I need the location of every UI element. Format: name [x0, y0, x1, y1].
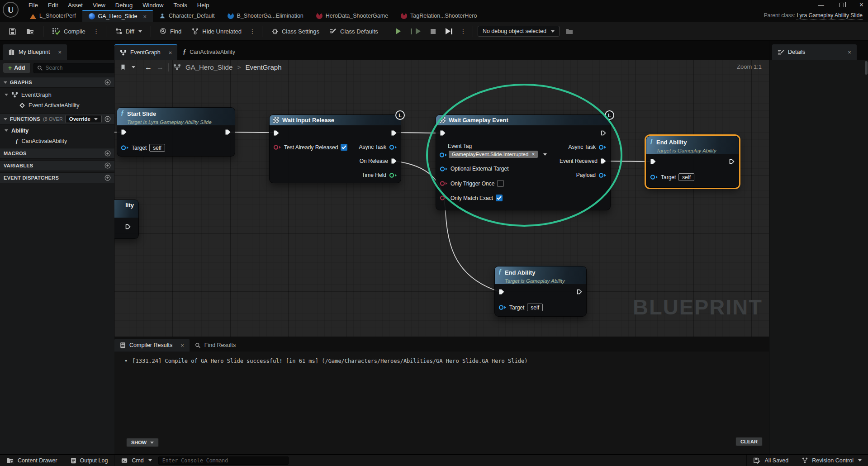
target-value[interactable]: self	[678, 173, 694, 181]
graphs-section-header[interactable]: GRAPHS	[0, 77, 114, 88]
nav-back-icon[interactable]: ←	[145, 63, 152, 71]
save-button[interactable]	[5, 25, 20, 38]
sidebar-item-canactivateability[interactable]: ƒ CanActivateAbility	[0, 136, 114, 146]
hide-unrelated-button[interactable]: Hide Unrelated	[187, 25, 246, 38]
time-held-pin[interactable]	[389, 172, 397, 178]
browse-debug-button[interactable]	[561, 25, 578, 38]
exec-out-pin[interactable]	[125, 223, 131, 230]
step-button[interactable]	[407, 25, 425, 37]
wire-eventreceived-to-endability[interactable]	[606, 161, 652, 162]
target-pin[interactable]	[121, 145, 129, 151]
node-end-ability-selected[interactable]: ƒ End Ability Target is Gameplay Ability…	[646, 136, 739, 188]
wire-startslide-to-waitinput[interactable]	[229, 132, 274, 133]
all-saved-status[interactable]: All Saved	[747, 455, 795, 466]
bookmark-chevron-icon[interactable]	[132, 66, 135, 68]
tab-find-results[interactable]: Find Results	[190, 339, 241, 352]
test-already-released-checkbox[interactable]	[341, 144, 347, 151]
target-value[interactable]: self	[149, 144, 165, 152]
bookmark-icon[interactable]	[120, 64, 126, 71]
event-dispatchers-section-header[interactable]: EVENT DISPATCHERS	[0, 172, 114, 183]
only-trigger-once-pin[interactable]	[440, 181, 448, 186]
parent-class-link[interactable]: Lyra Gameplay Ability Slide	[797, 12, 863, 19]
diff-button[interactable]: Diff	[111, 25, 146, 38]
exec-out-pin[interactable]	[729, 158, 735, 165]
show-filter-button[interactable]: SHOW	[126, 438, 159, 447]
gameplay-tag-chip[interactable]: GameplayEvent.Slide.Interrupted ×	[449, 151, 538, 158]
compile-options-icon[interactable]: ⋮	[91, 28, 101, 35]
tab-canactivateability[interactable]: ƒ CanActivateAbility	[177, 44, 241, 60]
event-received-pin[interactable]	[600, 158, 607, 164]
tab-compiler-results[interactable]: Compiler Results ×	[114, 339, 190, 352]
compile-button[interactable]: Compile	[48, 25, 90, 38]
variables-section-header[interactable]: VARIABLES	[0, 160, 114, 171]
node-wait-gameplay-event[interactable]: Wait Gameplay Event L Event Tag Gameplay…	[436, 114, 611, 210]
breadcrumb-root[interactable]: GA_Hero_Slide	[185, 63, 232, 71]
output-log-button[interactable]: Output Log	[64, 455, 114, 466]
add-function-icon[interactable]	[104, 116, 111, 122]
exec-out-pin[interactable]	[391, 130, 397, 136]
optional-external-target-pin[interactable]	[440, 166, 448, 172]
add-macro-icon[interactable]	[104, 150, 111, 157]
menu-tools[interactable]: Tools	[168, 1, 192, 10]
play-options-icon[interactable]: ⋮	[458, 28, 468, 35]
stop-button[interactable]	[427, 26, 440, 37]
tag-dropdown-icon[interactable]	[543, 153, 547, 156]
close-panel-icon[interactable]: ×	[848, 49, 851, 56]
macros-section-header[interactable]: MACROS	[0, 148, 114, 159]
async-task-pin[interactable]	[598, 144, 607, 150]
close-tab-icon[interactable]: ×	[169, 49, 172, 56]
class-defaults-button[interactable]: Class Defaults	[325, 25, 382, 38]
restore-button[interactable]	[840, 3, 844, 7]
add-graph-icon[interactable]	[104, 79, 111, 86]
clear-button[interactable]: CLEAR	[735, 437, 763, 446]
scrollbar-thumb[interactable]	[865, 61, 868, 75]
exec-out-pin[interactable]	[576, 289, 583, 295]
tab-tagrelation-shooterhero[interactable]: TagRelation...ShooterHero	[394, 10, 483, 22]
nav-forward-icon[interactable]: →	[157, 63, 164, 71]
exec-in-pin[interactable]	[650, 158, 656, 165]
tab-ga-hero-slide[interactable]: GA_Hero_Slide ×	[82, 10, 153, 22]
add-dispatcher-icon[interactable]	[104, 175, 111, 181]
remove-tag-icon[interactable]: ×	[531, 151, 535, 157]
sidebar-item-event-activateability[interactable]: Event ActivateAbility	[0, 100, 114, 110]
event-tag-pin[interactable]	[439, 152, 447, 158]
exec-in-pin[interactable]	[121, 129, 127, 135]
search-input[interactable]	[46, 65, 116, 71]
tab-my-blueprint[interactable]: My Blueprint ×	[3, 44, 67, 60]
tab-details[interactable]: Details ×	[772, 44, 857, 60]
exec-out-pin[interactable]	[600, 130, 607, 136]
revision-control-dropdown[interactable]: Revision Control	[795, 455, 868, 466]
tab-character-default[interactable]: Character_Default	[153, 10, 221, 22]
target-value[interactable]: self	[527, 304, 543, 311]
menu-asset[interactable]: Asset	[63, 1, 88, 10]
close-panel-icon[interactable]: ×	[58, 49, 62, 56]
content-drawer-button[interactable]: Content Drawer	[0, 455, 64, 466]
skip-button[interactable]	[441, 25, 456, 37]
only-trigger-once-checkbox[interactable]	[497, 180, 504, 187]
minimize-button[interactable]: —	[818, 2, 824, 9]
menu-view[interactable]: View	[88, 1, 110, 10]
compiler-message-row[interactable]: • [1331.24] Compile of GA_Hero_Slide suc…	[114, 352, 769, 364]
exec-out-pin[interactable]	[225, 129, 231, 135]
wire-waitinput-to-waitevent[interactable]	[395, 133, 441, 133]
menu-file[interactable]: File	[24, 1, 43, 10]
add-variable-icon[interactable]	[104, 162, 111, 169]
only-match-exact-checkbox[interactable]	[496, 195, 503, 201]
close-tab-icon[interactable]: ×	[143, 13, 147, 20]
hide-unrelated-options-icon[interactable]: ⋮	[247, 28, 257, 35]
target-pin[interactable]	[498, 304, 507, 310]
blueprint-graph-canvas[interactable]: ← → GA_Hero_Slide > EventGraph Zoom 1:1 …	[114, 60, 769, 337]
exec-in-pin[interactable]	[273, 130, 280, 136]
node-start-slide[interactable]: ƒ Start Slide Target is Lyra Gameplay Ab…	[117, 107, 235, 157]
class-settings-button[interactable]: Class Settings	[267, 25, 323, 38]
browse-button[interactable]	[22, 25, 38, 38]
only-match-exact-pin[interactable]	[440, 195, 448, 201]
tab-l-shooterperf[interactable]: L_ShooterPerf	[24, 10, 82, 22]
menu-edit[interactable]: Edit	[43, 1, 63, 10]
menu-help[interactable]: Help	[192, 1, 214, 10]
payload-pin[interactable]	[598, 172, 607, 178]
on-release-pin[interactable]	[391, 158, 397, 164]
tab-b-shooterga-elimination[interactable]: B_ShooterGa...Elimination	[221, 10, 310, 22]
find-button[interactable]: Find	[156, 25, 185, 38]
cmd-dropdown[interactable]: Cmd	[114, 455, 158, 466]
